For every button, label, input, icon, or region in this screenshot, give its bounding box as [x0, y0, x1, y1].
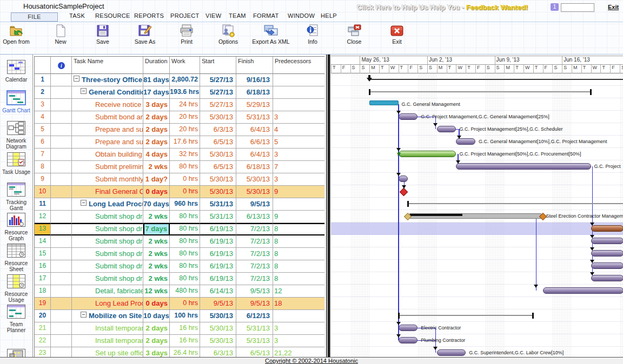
cell-finish[interactable]: 9/5/13 [236, 198, 273, 211]
info-cell[interactable] [51, 335, 72, 347]
cell-task-name[interactable]: Submit prelimin [72, 161, 143, 173]
cell-start[interactable]: 5/30/13 [200, 310, 236, 322]
cell-predecessors[interactable]: 9 [273, 186, 325, 198]
cell-duration[interactable]: 2 wks [143, 161, 170, 173]
menu-window[interactable]: WINDOW [288, 12, 315, 19]
cell-finish[interactable]: 6/4/13 [236, 149, 273, 161]
feedback-banner[interactable]: Click Here to Help Us Help You - Feedbac… [357, 3, 528, 11]
cell-predecessors[interactable]: 8 [273, 260, 325, 273]
cell-predecessors[interactable]: 8 [273, 223, 325, 235]
cell-work[interactable]: 0 hrs [170, 186, 200, 198]
gantt-bar[interactable] [456, 163, 591, 170]
cell-predecessors[interactable]: 3 [273, 335, 325, 347]
cell-finish[interactable]: 6/13/13 [236, 211, 273, 223]
cell-work[interactable]: 480 hrs [170, 285, 200, 298]
gantt-bar[interactable] [399, 151, 456, 157]
cell-work[interactable]: 16 hrs [170, 322, 200, 335]
info-cell[interactable] [51, 298, 72, 310]
cell-task-name[interactable]: Long Lead Procu [72, 198, 143, 211]
cell-finish[interactable]: 6/12/13 [236, 310, 273, 322]
row-number-cell[interactable]: 23 [35, 347, 51, 358]
info-cell[interactable] [51, 186, 72, 198]
cell-predecessors[interactable]: 9 [273, 211, 325, 223]
row-number-cell[interactable]: 3 [35, 99, 51, 111]
cell-predecessors[interactable]: 3 [273, 173, 325, 186]
menu-task[interactable]: TASK [69, 12, 85, 19]
cell-task-name[interactable]: Submit shop dr [72, 260, 143, 273]
new-button[interactable]: New [40, 24, 81, 45]
cell-duration[interactable]: 1 day? [143, 173, 170, 186]
info-cell[interactable] [51, 99, 72, 111]
info-cell[interactable] [51, 260, 72, 273]
info-cell[interactable] [51, 86, 72, 99]
cell-task-name[interactable]: Submit bond ar [72, 111, 143, 124]
row-number-cell[interactable]: 18 [35, 285, 51, 298]
row-number-cell[interactable]: 19 [35, 298, 51, 310]
cell-duration[interactable]: 7 days [143, 223, 170, 235]
cell-start[interactable]: 5/30/13 [200, 173, 236, 186]
gantt-bar[interactable] [437, 126, 456, 132]
cell-duration[interactable]: 2 days [143, 124, 170, 136]
cell-finish[interactable]: 6/5/13 [236, 347, 273, 358]
cell-task-name[interactable]: Submit shop dr [72, 211, 143, 223]
cell-predecessors[interactable] [273, 198, 325, 211]
cell-start[interactable]: 5/30/13 [200, 322, 236, 335]
info-cell[interactable] [51, 248, 72, 260]
info-button[interactable]: Info [292, 24, 333, 45]
cell-task-name[interactable]: Prepare and su [72, 136, 143, 149]
cell-duration[interactable]: 17 days [143, 86, 170, 99]
cell-start[interactable]: 6/3/13 [200, 124, 236, 136]
gantt-bar[interactable] [591, 262, 623, 269]
info-cell[interactable] [51, 124, 72, 136]
row-number-cell[interactable]: 1 [35, 74, 51, 86]
cell-task-name[interactable]: General Conditio [72, 86, 143, 99]
cell-duration[interactable]: 3 days [143, 347, 170, 358]
menu-format[interactable]: FORMAT [253, 12, 279, 19]
info-cell[interactable] [51, 322, 72, 335]
cell-start[interactable]: 6/5/13 [200, 161, 236, 173]
cell-finish[interactable]: 5/31/13 [236, 111, 273, 124]
cell-duration[interactable]: 10 days [143, 310, 170, 322]
column-header-finish[interactable]: Finish [236, 57, 273, 74]
cell-duration[interactable]: 2 days [143, 322, 170, 335]
cell-start[interactable]: 6/14/13 [200, 285, 236, 298]
close-button[interactable]: Close [334, 24, 375, 45]
cell-task-name[interactable]: Long Lead Proc [72, 298, 143, 310]
cell-predecessors[interactable]: 7 [273, 161, 325, 173]
cell-finish[interactable]: 6/18/13 [236, 86, 273, 99]
cell-task-name[interactable]: Install temporar [72, 335, 143, 347]
cell-finish[interactable]: 7/2/13 [236, 260, 273, 273]
cell-start[interactable]: 6/19/13 [200, 235, 236, 248]
cell-start[interactable]: 6/3/13 [200, 347, 236, 358]
cell-start[interactable]: 5/30/13 [200, 149, 236, 161]
cell-task-name[interactable]: Install temporar [72, 322, 143, 335]
cell-work[interactable]: 80 hrs [170, 273, 200, 285]
cell-work[interactable]: 16 hrs [170, 335, 200, 347]
row-number-cell[interactable]: 8 [35, 161, 51, 173]
row-number-cell[interactable]: 10 [35, 186, 51, 198]
column-header-row-number[interactable] [35, 57, 51, 74]
cell-predecessors[interactable]: 12 [273, 285, 325, 298]
exit-button[interactable]: Exit [376, 24, 417, 45]
cell-start[interactable]: 9/5/13 [200, 298, 236, 310]
cell-predecessors[interactable]: 3 [273, 149, 325, 161]
sidebar-item-resource-usage[interactable]: Resource Usage [0, 274, 32, 303]
copyright-link[interactable]: Copyright © 2002-2014 Housatonic [265, 358, 358, 364]
cell-task-name[interactable]: Submit shop dr [72, 273, 143, 285]
cell-finish[interactable]: 7/2/13 [236, 248, 273, 260]
gantt-bar[interactable] [369, 100, 398, 105]
row-number-cell[interactable]: 2 [35, 86, 51, 99]
cell-work[interactable]: 100 hrs [170, 310, 200, 322]
cell-task-name[interactable]: Prepare and su [72, 124, 143, 136]
row-number-cell[interactable]: 22 [35, 335, 51, 347]
row-number-cell[interactable]: 13 [35, 223, 51, 235]
sidebar-item-task-usage[interactable]: Task Usage [0, 152, 32, 175]
cell-duration[interactable]: 4 days [143, 149, 170, 161]
cell-work[interactable]: 80 hrs [170, 161, 200, 173]
row-number-cell[interactable]: 11 [35, 198, 51, 211]
cell-start[interactable]: 6/19/13 [200, 273, 236, 285]
row-number-cell[interactable]: 5 [35, 124, 51, 136]
cell-task-name[interactable]: Detail, fabricate [72, 285, 143, 298]
cell-work[interactable]: 20 hrs [170, 124, 200, 136]
cell-finish[interactable]: 6/18/13 [236, 161, 273, 173]
